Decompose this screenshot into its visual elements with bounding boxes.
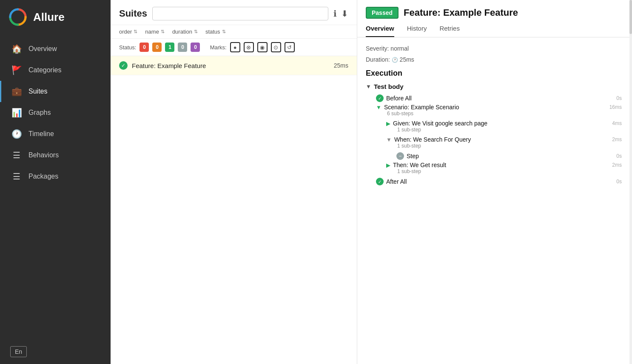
middle-panel: Suites ℹ ⬇ order ⇅ name ⇅ duration ⇅ sta… <box>111 0 357 364</box>
sort-name[interactable]: name ⇅ <box>145 28 165 35</box>
status-badge-skipped[interactable]: 0 <box>178 43 187 52</box>
sort-duration[interactable]: duration ⇅ <box>172 28 198 35</box>
sidebar-label-behaviors: Behaviors <box>28 151 59 159</box>
sidebar-label-packages: Packages <box>28 173 58 180</box>
status-badge-failed[interactable]: 0 <box>139 43 149 52</box>
sort-duration-arrows: ⇅ <box>194 29 198 34</box>
search-input[interactable] <box>152 7 328 20</box>
step-scenario[interactable]: ▼ Scenario: Example Scenario 16ms 6 sub-… <box>366 104 623 118</box>
step-pass-icon-after-all: ✓ <box>376 178 384 185</box>
sidebar-item-behaviors[interactable]: ☰ Behaviors <box>0 145 111 166</box>
scrollbar[interactable] <box>629 0 632 364</box>
app-title: Allure <box>33 11 65 24</box>
sort-status-label: status <box>205 28 220 35</box>
test-item[interactable]: ✓ Feature: Example Feature 25ms <box>111 56 357 75</box>
tab-retries[interactable]: Retries <box>439 25 460 37</box>
step-then-content: ▶ Then: We Get result 2ms 1 sub-step <box>386 162 623 176</box>
severity-value: normal <box>390 45 409 52</box>
step-given-time: 4ms <box>612 120 623 126</box>
step-step-label: Step <box>407 153 419 159</box>
sort-order-arrows: ⇅ <box>134 29 137 34</box>
sort-order-label: order <box>119 28 132 35</box>
tab-history[interactable]: History <box>407 25 427 37</box>
step-when-label: When: We Search For Query <box>394 136 471 143</box>
home-icon: 🏠 <box>11 44 22 54</box>
filter-row: order ⇅ name ⇅ duration ⇅ status ⇅ <box>111 25 357 39</box>
step-then[interactable]: ▶ Then: We Get result 2ms 1 sub-step <box>366 162 623 176</box>
sort-order[interactable]: order ⇅ <box>119 28 137 35</box>
step-after-all-content: ✓ After All 0s <box>376 178 623 185</box>
sidebar-logo: Allure <box>0 0 111 34</box>
briefcase-icon: 💼 <box>11 86 22 97</box>
mark-icon-2[interactable]: ⊗ <box>244 42 254 52</box>
status-badge-broken[interactable]: 0 <box>152 43 162 52</box>
sidebar: Allure 🏠 Overview 🚩 Categories 💼 Suites … <box>0 0 111 364</box>
mark-icon-4[interactable]: ⊙ <box>271 42 281 52</box>
sidebar-item-timeline[interactable]: 🕐 Timeline <box>0 123 111 145</box>
step-scenario-content: ▼ Scenario: Example Scenario 16ms 6 sub-… <box>376 104 623 118</box>
pass-status-icon: ✓ <box>119 61 128 70</box>
suites-title: Suites <box>119 8 147 19</box>
mark-icon-5[interactable]: ↺ <box>285 42 295 52</box>
suites-header: Suites ℹ ⬇ <box>111 0 357 25</box>
bar-chart-icon: 📊 <box>11 108 22 118</box>
status-badge-passed[interactable]: 1 <box>165 43 174 52</box>
test-body-label: Test body <box>374 83 404 90</box>
test-item-name: Feature: Example Feature <box>132 62 206 69</box>
mark-icon-1[interactable]: ● <box>230 42 240 52</box>
info-icon[interactable]: ℹ <box>333 9 337 19</box>
step-step-name-row: − Step 0s <box>396 152 623 160</box>
sort-name-arrows: ⇅ <box>161 29 165 34</box>
status-badge-unknown[interactable]: 0 <box>191 43 200 52</box>
sidebar-nav: 🏠 Overview 🚩 Categories 💼 Suites 📊 Graph… <box>0 34 111 339</box>
step-then-time: 2ms <box>612 162 623 168</box>
sidebar-item-categories[interactable]: 🚩 Categories <box>0 60 111 81</box>
mark-icon-3[interactable]: ◉ <box>257 42 268 52</box>
duration-label: Duration: <box>366 56 390 63</box>
step-when[interactable]: ▼ When: We Search For Query 2ms 1 sub-st… <box>366 136 623 151</box>
right-title: Feature: Example Feature <box>404 7 518 18</box>
right-title-row: Passed Feature: Example Feature <box>366 7 623 19</box>
sidebar-item-overview[interactable]: 🏠 Overview <box>0 38 111 60</box>
lang-button[interactable]: En <box>10 346 27 357</box>
step-when-time: 2ms <box>612 136 623 142</box>
step-before-all-label: Before All <box>386 95 412 102</box>
right-header: Passed Feature: Example Feature Overview… <box>357 0 632 37</box>
step-scenario-name-row: ▼ Scenario: Example Scenario 16ms <box>376 104 623 111</box>
step-step[interactable]: − Step 0s <box>366 152 623 160</box>
test-body-header[interactable]: ▼ Test body <box>366 83 623 90</box>
clock-icon: 🕐 <box>11 129 22 139</box>
sidebar-item-packages[interactable]: ☰ Packages <box>0 166 111 187</box>
sidebar-label-categories: Categories <box>28 66 61 74</box>
step-given-content: ▶ Given: We Visit google search page 4ms… <box>386 120 623 134</box>
right-panel: Passed Feature: Example Feature Overview… <box>357 0 632 364</box>
sort-status[interactable]: status ⇅ <box>205 28 226 35</box>
step-before-all-time: 0s <box>616 95 623 101</box>
step-scenario-label: Scenario: Example Scenario <box>384 104 459 111</box>
step-after-all[interactable]: ✓ After All 0s <box>366 178 623 185</box>
step-after-all-label: After All <box>386 178 407 185</box>
step-when-sub: 1 sub-step <box>397 143 623 149</box>
right-content: Severity: normal Duration: 🕐 25ms Execut… <box>357 37 632 364</box>
step-when-content: ▼ When: We Search For Query 2ms 1 sub-st… <box>386 136 623 151</box>
chevron-down-icon-when: ▼ <box>386 136 392 143</box>
step-scenario-sub: 6 sub-steps <box>387 111 623 117</box>
step-given[interactable]: ▶ Given: We Visit google search page 4ms… <box>366 120 623 134</box>
sidebar-item-suites[interactable]: 💼 Suites <box>0 81 111 102</box>
duration-row: Duration: 🕐 25ms <box>366 56 623 63</box>
header-icons: ℹ ⬇ <box>333 9 348 19</box>
step-before-all[interactable]: ✓ Before All 0s <box>366 94 623 102</box>
sidebar-item-graphs[interactable]: 📊 Graphs <box>0 102 111 123</box>
severity-label: Severity: <box>366 45 389 52</box>
chevron-down-green-icon: ▼ <box>376 104 381 111</box>
step-then-name-row: ▶ Then: We Get result 2ms <box>386 162 623 168</box>
tab-overview[interactable]: Overview <box>366 25 394 37</box>
step-scenario-name: ▼ Scenario: Example Scenario <box>376 104 459 111</box>
sort-duration-label: duration <box>172 28 192 35</box>
step-minus-icon: − <box>396 152 404 160</box>
download-icon[interactable]: ⬇ <box>341 9 348 19</box>
step-step-time: 0s <box>616 153 623 159</box>
status-row: Status: 0 0 1 0 0 Marks: ● ⊗ ◉ ⊙ ↺ <box>111 39 357 56</box>
sidebar-label-graphs: Graphs <box>28 109 51 117</box>
scrollbar-thumb[interactable] <box>629 0 632 34</box>
